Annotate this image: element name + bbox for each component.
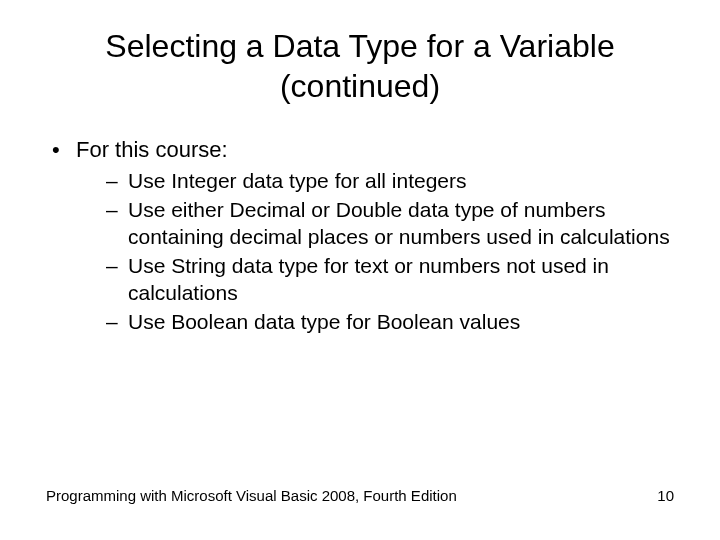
title-line-2: (continued) xyxy=(280,68,440,104)
bullet-list-level1: For this course: Use Integer data type f… xyxy=(46,136,674,335)
bullet-main-text: For this course: xyxy=(76,137,228,162)
slide-footer: Programming with Microsoft Visual Basic … xyxy=(46,487,674,504)
sub-bullet: Use Integer data type for all integers xyxy=(102,168,674,195)
bullet-list-level2: Use Integer data type for all integers U… xyxy=(76,168,674,335)
sub-bullet-text: Use String data type for text or numbers… xyxy=(128,254,609,304)
sub-bullet-text: Use Integer data type for all integers xyxy=(128,169,467,192)
sub-bullet-text: Use Boolean data type for Boolean values xyxy=(128,310,520,333)
sub-bullet: Use String data type for text or numbers… xyxy=(102,253,674,307)
slide-body: For this course: Use Integer data type f… xyxy=(0,106,720,335)
sub-bullet: Use either Decimal or Double data type o… xyxy=(102,197,674,251)
footer-book-title: Programming with Microsoft Visual Basic … xyxy=(46,487,457,504)
sub-bullet: Use Boolean data type for Boolean values xyxy=(102,309,674,336)
slide-title: Selecting a Data Type for a Variable (co… xyxy=(0,0,720,106)
slide: Selecting a Data Type for a Variable (co… xyxy=(0,0,720,540)
sub-bullet-text: Use either Decimal or Double data type o… xyxy=(128,198,670,248)
footer-page-number: 10 xyxy=(657,487,674,504)
title-line-1: Selecting a Data Type for a Variable xyxy=(105,28,614,64)
bullet-main: For this course: Use Integer data type f… xyxy=(46,136,674,335)
